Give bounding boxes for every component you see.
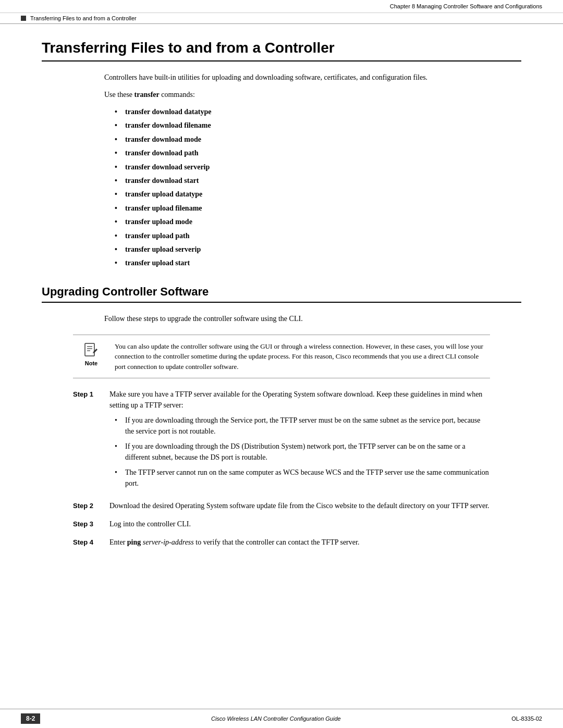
note-content: You can also update the controller softw…	[115, 341, 490, 372]
note-label: Note	[85, 360, 97, 366]
transfer-commands-list: transfer download datatype transfer down…	[115, 106, 521, 269]
list-item: transfer upload start	[115, 257, 521, 269]
intro-paragraph: Controllers have built-in utilities for …	[104, 72, 490, 83]
list-item: The TFTP server cannot run on the same c…	[115, 467, 490, 489]
list-item: transfer download datatype	[115, 106, 521, 118]
step-3: Step 3 Log into the controller CLI.	[73, 519, 490, 529]
footer-center-text: Cisco Wireless LAN Controller Configurat…	[40, 715, 511, 722]
step-1: Step 1 Make sure you have a TFTP server …	[73, 389, 490, 493]
step-3-text: Log into the controller CLI.	[109, 520, 191, 528]
footer-right-text: OL-8335-02	[511, 715, 542, 722]
use-these-text: Use these transfer commands:	[104, 89, 490, 100]
step-1-sub-bullets: If you are downloading through the Servi…	[115, 415, 490, 489]
step-4-text-prefix: Enter	[109, 538, 127, 546]
step-4-text-suffix: to verify that the controller can contac…	[194, 538, 360, 546]
list-item: transfer download filename	[115, 120, 521, 131]
list-item: transfer upload datatype	[115, 189, 521, 200]
list-item: If you are downloading through the DS (D…	[115, 441, 490, 463]
breadcrumb-square-icon	[21, 16, 26, 21]
list-item: transfer download path	[115, 147, 521, 159]
section2-intro: Follow these steps to upgrade the contro…	[104, 313, 490, 324]
list-item: If you are downloading through the Servi…	[115, 415, 490, 437]
use-these-label: Use these	[104, 91, 134, 98]
list-item: transfer upload mode	[115, 216, 521, 228]
main-content: Transferring Files to and from a Control…	[0, 24, 563, 586]
step-4-italic: server-ip-address	[141, 538, 193, 546]
step-1-text: Make sure you have a TFTP server availab…	[109, 390, 482, 409]
step-3-content: Log into the controller CLI.	[109, 519, 490, 529]
step-4-label: Step 4	[73, 537, 109, 548]
step-2-label: Step 2	[73, 500, 109, 511]
step-2: Step 2 Download the desired Operating Sy…	[73, 500, 490, 511]
step-4-content: Enter ping server-ip-address to verify t…	[109, 537, 490, 548]
footer-page-number: 8-2	[21, 713, 40, 724]
note-box: Note You can also update the controller …	[73, 335, 490, 379]
step-2-text: Download the desired Operating System so…	[109, 502, 489, 510]
footer: 8-2 Cisco Wireless LAN Controller Config…	[0, 709, 563, 728]
page-title: Transferring Files to and from a Control…	[42, 40, 521, 61]
note-label-area: Note	[73, 341, 115, 372]
commands-label: commands:	[160, 91, 195, 98]
step-list: Step 1 Make sure you have a TFTP server …	[73, 389, 490, 548]
svg-rect-0	[85, 343, 94, 356]
note-pencil-icon	[83, 341, 100, 358]
list-item: transfer upload filename	[115, 203, 521, 214]
list-item: transfer upload path	[115, 230, 521, 242]
step-1-content: Make sure you have a TFTP server availab…	[109, 389, 490, 493]
breadcrumb-text: Transferring Files to and from a Control…	[30, 15, 137, 21]
section2-title: Upgrading Controller Software	[42, 285, 521, 303]
step-4: Step 4 Enter ping server-ip-address to v…	[73, 537, 490, 548]
breadcrumb-bar: Transferring Files to and from a Control…	[0, 13, 563, 24]
list-item: transfer download mode	[115, 134, 521, 145]
list-item: transfer download start	[115, 175, 521, 187]
step-2-content: Download the desired Operating System so…	[109, 500, 490, 511]
step-4-bold-word: ping	[127, 538, 141, 546]
step-3-label: Step 3	[73, 519, 109, 529]
transfer-bold: transfer	[134, 91, 160, 98]
list-item: transfer download serverip	[115, 162, 521, 173]
list-item: transfer upload serverip	[115, 244, 521, 255]
header-bar: Chapter 8 Managing Controller Software a…	[0, 0, 563, 13]
header-chapter: Chapter 8 Managing Controller Software a…	[390, 3, 542, 9]
step-1-label: Step 1	[73, 389, 109, 493]
